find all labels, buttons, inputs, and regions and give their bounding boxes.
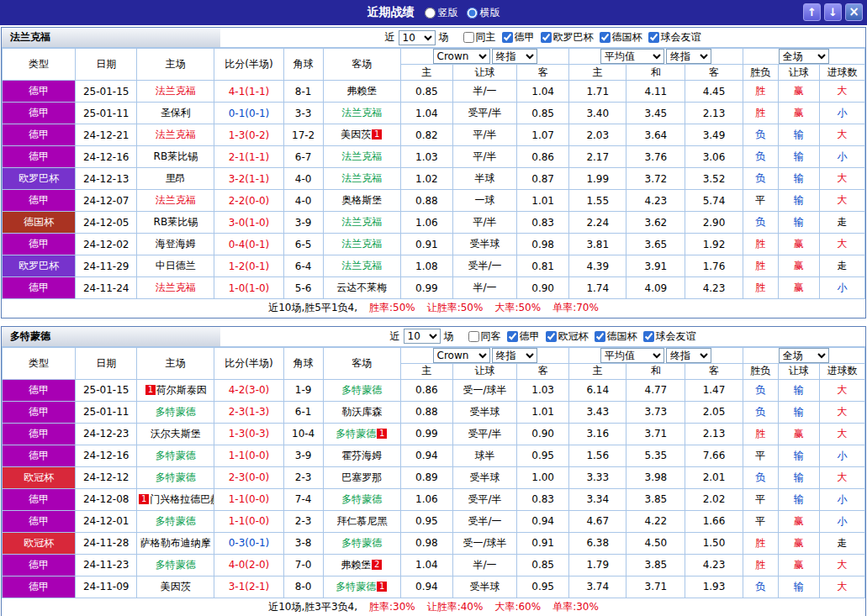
- odds-stage-select[interactable]: 终指: [492, 348, 537, 363]
- away-team-cell: 法兰克福: [323, 103, 400, 124]
- handicap-result-cell: 输: [778, 488, 819, 510]
- score-cell: 1-2(0-1): [214, 255, 283, 277]
- average-select[interactable]: 平均值: [600, 348, 664, 363]
- home-team-cell: 多特蒙德: [137, 554, 214, 576]
- view-option-horizontal[interactable]: 横版: [467, 6, 500, 20]
- result-cell: 负: [743, 124, 778, 146]
- away-team-cell: 多特蒙德1: [323, 423, 400, 445]
- checkbox-input[interactable]: [507, 331, 518, 342]
- goals-result-cell: 走: [819, 212, 864, 234]
- vertical-radio[interactable]: [425, 8, 436, 18]
- date-cell: 24-12-02: [76, 234, 137, 255]
- filter-checkbox[interactable]: 德甲: [502, 30, 535, 45]
- bookmaker-select[interactable]: Crown: [433, 348, 490, 363]
- window-controls: ↑ ↓ ×: [803, 3, 863, 21]
- average-select[interactable]: 平均值: [600, 49, 664, 64]
- euro-away-odds: 1.47: [685, 379, 743, 401]
- home-team-name: 里昂: [166, 172, 186, 184]
- corners-cell: 8-1: [283, 81, 323, 103]
- result-cell: 胜: [743, 234, 778, 255]
- checkbox-input[interactable]: [648, 32, 659, 43]
- checkbox-input[interactable]: [463, 32, 474, 43]
- column-header: 胜负: [743, 65, 778, 81]
- filter-checkbox[interactable]: 欧罗巴杯: [541, 30, 594, 45]
- corners-cell: 6-7: [283, 146, 323, 168]
- red-card-badge: 1: [377, 582, 387, 592]
- filter-bar: 近10场同客德甲欧冠杯德国杯球会友谊: [220, 327, 865, 346]
- home-team-cell: 美因茨: [137, 576, 214, 598]
- filter-checkbox[interactable]: 德甲: [507, 329, 540, 344]
- view-option-vertical[interactable]: 竖版: [425, 6, 458, 20]
- header-group: Crown终指: [400, 49, 568, 65]
- asian-handicap: 受一/球半: [452, 379, 516, 401]
- filter-checkbox[interactable]: 欧冠杯: [546, 329, 589, 344]
- euro-draw-odds: 4.09: [626, 277, 685, 299]
- away-team-cell: 多特蒙德: [323, 379, 400, 401]
- asian-handicap: 受半球: [452, 466, 516, 488]
- league-cell: 欧冠杯: [3, 466, 76, 488]
- away-team-name: 多特蒙德: [341, 537, 382, 549]
- league-cell: 德甲: [3, 401, 76, 423]
- date-cell: 25-01-15: [76, 379, 137, 401]
- goals-result-cell: 小: [819, 488, 864, 510]
- away-team-cell: 法兰克福: [323, 234, 400, 255]
- filter-checkbox[interactable]: 同客: [468, 329, 501, 344]
- corners-cell: 1-9: [283, 379, 323, 401]
- result-cell: 胜: [743, 81, 778, 103]
- goals-result-cell: 大: [819, 168, 864, 190]
- league-cell: 德甲: [3, 81, 76, 103]
- euro-away-odds: 3.06: [685, 146, 743, 168]
- column-header: 让球: [778, 363, 819, 379]
- checkbox-input[interactable]: [595, 331, 605, 342]
- scope-select[interactable]: 全场: [779, 348, 829, 363]
- euro-away-odds: 2.05: [685, 401, 743, 423]
- average-stage-select[interactable]: 终指: [666, 49, 711, 64]
- checkbox-input[interactable]: [502, 32, 513, 43]
- match-row: 欧冠杯24-11-28萨格勒布迪纳摩0-3(0-1)3-8多特蒙德0.98受一/…: [3, 532, 865, 554]
- checkbox-input[interactable]: [468, 331, 479, 342]
- filter-checkbox[interactable]: 德国杯: [595, 329, 637, 344]
- filter-checkbox[interactable]: 同主: [463, 30, 496, 45]
- recent-count-select[interactable]: 10: [404, 329, 441, 344]
- filter-checkbox[interactable]: 德国杯: [600, 30, 642, 45]
- checkbox-input[interactable]: [600, 32, 611, 43]
- euro-draw-odds: 5.35: [626, 445, 685, 466]
- bookmaker-select[interactable]: Crown: [433, 49, 490, 64]
- asian-away-odds: 1.00: [517, 466, 569, 488]
- horizontal-radio[interactable]: [467, 8, 478, 18]
- column-header: 类型: [3, 49, 76, 81]
- odds-stage-select[interactable]: 终指: [492, 49, 537, 64]
- close-button[interactable]: ×: [845, 3, 863, 21]
- move-up-button[interactable]: ↑: [803, 3, 821, 21]
- column-header: 比分(半场): [214, 49, 283, 81]
- corners-cell: 8-0: [283, 576, 323, 598]
- asian-away-odds: 0.95: [517, 445, 569, 466]
- date-cell: 25-01-11: [76, 103, 137, 124]
- date-cell: 25-01-15: [76, 81, 137, 103]
- score-cell: 4-0(2-0): [214, 554, 283, 576]
- euro-home-odds: 1.74: [569, 277, 626, 299]
- filter-checkbox[interactable]: 球会友谊: [648, 30, 701, 45]
- asian-away-odds: 1.01: [517, 190, 569, 212]
- euro-home-odds: 1.99: [569, 168, 626, 190]
- results-table: 类型日期主场比分(半场)角球客场Crown终指平均值终指全场主让球客主和客胜负让…: [2, 347, 865, 616]
- scope-select[interactable]: 全场: [779, 49, 829, 64]
- average-stage-select[interactable]: 终指: [666, 348, 711, 363]
- goals-result-cell: 大: [819, 124, 864, 146]
- column-header: 角球: [283, 49, 323, 81]
- move-down-button[interactable]: ↓: [824, 3, 842, 21]
- checkbox-input[interactable]: [546, 331, 557, 342]
- goals-result-cell: 小: [819, 146, 864, 168]
- away-team-name: 多特蒙德: [336, 428, 376, 440]
- goals-result-cell: 小: [819, 277, 864, 299]
- euro-away-odds: 2.13: [685, 423, 743, 445]
- league-cell: 德甲: [3, 124, 76, 146]
- column-header: 和: [626, 363, 685, 379]
- checkbox-input[interactable]: [541, 32, 552, 43]
- checkbox-input[interactable]: [643, 331, 654, 342]
- euro-draw-odds: 3.62: [626, 212, 685, 234]
- filter-checkbox[interactable]: 球会友谊: [643, 329, 696, 344]
- recent-count-select[interactable]: 10: [399, 30, 436, 45]
- corners-cell: 6-1: [283, 401, 323, 423]
- away-team-cell: 拜仁慕尼黑: [323, 510, 400, 532]
